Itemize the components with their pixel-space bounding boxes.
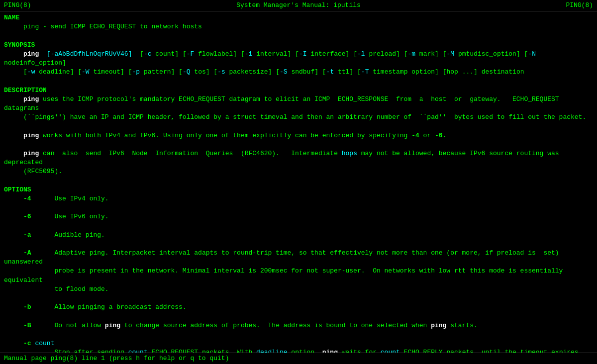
man-page-text: NAME ping - send ICMP ECHO_REQUEST to ne… <box>4 13 593 353</box>
header-left: PING(8) <box>4 1 31 10</box>
man-page-content: NAME ping - send ICMP ECHO_REQUEST to ne… <box>0 11 597 353</box>
header-right: PING(8) <box>566 1 593 10</box>
footer-bar: Manual page ping(8) line 1 (press h for … <box>0 353 597 364</box>
footer-text: Manual page ping(8) line 1 (press h for … <box>4 355 229 362</box>
header-bar: PING(8) System Manager's Manual: iputils… <box>0 0 597 11</box>
terminal-window: PING(8) System Manager's Manual: iputils… <box>0 0 597 364</box>
header-center: System Manager's Manual: iputils <box>236 1 361 10</box>
